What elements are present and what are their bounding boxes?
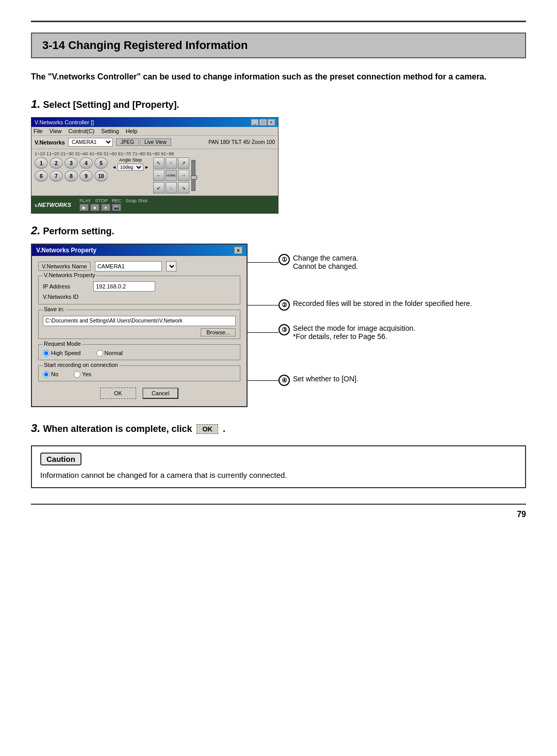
annotation-num-3: ③ — [278, 324, 290, 335]
minimize-btn[interactable]: _ — [251, 119, 258, 125]
vnetworks-name-row: V.Networks Name ▼ — [38, 261, 240, 271]
vnetworks-property-group: V.Networks Property IP Address V.Network… — [38, 276, 240, 304]
angle-select[interactable]: 10deg — [118, 164, 143, 171]
camera-select[interactable]: CAMERA1 — [68, 138, 113, 147]
start-recording-group: Start recording on connection No Yes — [38, 365, 240, 381]
zoom-handle[interactable] — [191, 175, 197, 180]
ip-address-row: IP Address — [43, 281, 236, 292]
num-btn-1[interactable]: 1 — [35, 157, 48, 169]
vnetworks-id-label: V.Networks ID — [43, 294, 89, 300]
section-header: 3-14 Changing Registered Information — [31, 33, 526, 58]
menu-help[interactable]: Help — [126, 128, 138, 134]
num-btn-8[interactable]: 8 — [64, 170, 78, 182]
window-toolbar: V.Networks CAMERA1 JPEG Live View PAN 18… — [31, 136, 278, 149]
zoom-bar — [191, 160, 195, 191]
page-number: 79 — [31, 504, 526, 519]
high-speed-radio[interactable] — [43, 350, 50, 357]
ip-input[interactable] — [93, 281, 155, 292]
num-btn-3[interactable]: 3 — [64, 157, 78, 169]
intro-text: The "V.networks Controller" can be used … — [31, 71, 526, 83]
normal-radio[interactable] — [96, 350, 103, 357]
num-btn-7[interactable]: 7 — [50, 170, 63, 182]
request-mode-group: Request Mode High Speed Normal — [38, 344, 240, 360]
annotation-text-1a: Change the camera. — [293, 254, 358, 262]
ip-label: IP Address — [43, 283, 89, 289]
num-range: 1~10 11~20 21~30 31~40 41~50 51~60 61~70… — [35, 151, 275, 156]
annotation-line-4 — [248, 380, 278, 381]
dir-downleft[interactable]: ↙ — [153, 182, 165, 194]
camera-name-dropdown[interactable]: ▼ — [166, 261, 176, 271]
annotation-text-3a: Select the mode for image acquisition. — [293, 324, 415, 332]
playback-buttons: ▶ ■ ● 📷 — [79, 204, 148, 211]
cancel-dialog-btn[interactable]: Cancel — [142, 388, 178, 399]
browse-btn[interactable]: Browse... — [201, 328, 236, 336]
close-btn[interactable]: × — [268, 119, 275, 125]
annotation-line-2 — [248, 305, 278, 305]
dir-up[interactable]: ↑ — [166, 157, 177, 169]
annotation-text-2: Recorded files will be stored in the fol… — [293, 299, 472, 308]
num-btn-4[interactable]: 4 — [79, 157, 93, 169]
high-speed-option[interactable]: High Speed — [43, 350, 81, 357]
num-buttons: 1 2 3 4 5 6 7 8 9 10 — [35, 157, 108, 182]
start-recording-label: Start recording on connection — [43, 362, 119, 368]
tab-liveview[interactable]: Live View — [140, 138, 171, 146]
dir-upright[interactable]: ↗ — [178, 157, 189, 169]
snap-label: Snap Shot — [126, 198, 148, 203]
rec-label: REC — [112, 198, 122, 203]
dialog-body: V.Networks Name ▼ V.Networks Property IP… — [32, 256, 247, 406]
annotation-text-3b: *For details, refer to Page 56. — [293, 332, 415, 341]
annotation-line-3 — [248, 332, 278, 333]
save-path-input[interactable] — [43, 316, 236, 326]
camera-name-input[interactable] — [95, 261, 162, 271]
dir-downright[interactable]: ↘ — [178, 182, 189, 194]
property-dialog: V.Networks Property × V.Networks Name ▼ … — [31, 244, 248, 407]
controller-window: V.Networks Controller [] _ □ × File View… — [31, 117, 278, 214]
annotation-text-1b: Cannot be changed. — [293, 262, 358, 270]
rec-btn[interactable]: ● — [101, 204, 110, 211]
num-btn-2[interactable]: 2 — [50, 157, 63, 169]
normal-option[interactable]: Normal — [96, 350, 123, 357]
dir-upleft[interactable]: ↖ — [153, 157, 165, 169]
directional-pad: ↖ ↑ ↗ ← HOME → ↙ ↓ ↘ — [153, 157, 189, 194]
play-btn[interactable]: ▶ — [79, 204, 89, 211]
step1-section: 1. Select [Setting] and [Property]. V.Ne… — [31, 98, 526, 214]
menu-control[interactable]: Control(C) — [69, 128, 95, 134]
caution-box: Caution Information cannot be changed fo… — [31, 445, 526, 489]
angle-section: Angle Step ◄ 10deg ► — [112, 157, 149, 171]
stop-btn[interactable]: ■ — [90, 204, 100, 211]
menu-file[interactable]: File — [34, 128, 43, 134]
ok-button-inline: OK — [196, 424, 218, 434]
home-btn[interactable]: HOME — [166, 170, 177, 181]
num-btn-5[interactable]: 5 — [94, 157, 108, 169]
window-controls: _ □ × — [251, 119, 275, 125]
menu-setting[interactable]: Setting — [101, 128, 119, 134]
step1-header: 1. Select [Setting] and [Property]. — [31, 98, 526, 111]
dir-left[interactable]: ← — [153, 170, 165, 181]
save-in-label: Save in: — [43, 306, 65, 312]
num-btn-6[interactable]: 6 — [35, 170, 48, 182]
step1-number: 1. — [31, 98, 40, 110]
num-row-2: 6 7 8 9 10 — [35, 170, 108, 182]
yes-option[interactable]: Yes — [74, 371, 91, 378]
num-btn-9[interactable]: 9 — [79, 170, 93, 182]
step2-number: 2. — [31, 224, 40, 237]
dialog-close-btn[interactable]: × — [234, 247, 242, 254]
num-btn-10[interactable]: 10 — [94, 170, 108, 182]
dir-right[interactable]: → — [178, 170, 189, 181]
vnetworks-label: V.Networks — [35, 139, 65, 146]
step2-section: 2. Perform setting. V.Networks Property … — [31, 224, 526, 407]
snap-btn[interactable]: 📷 — [112, 204, 121, 211]
dir-down[interactable]: ↓ — [166, 182, 177, 194]
vnetworks-id-row: V.Networks ID — [43, 294, 236, 300]
step3-period: . — [223, 424, 225, 434]
tab-jpeg[interactable]: JPEG — [116, 138, 139, 146]
menu-view[interactable]: View — [50, 128, 62, 134]
maximize-btn[interactable]: □ — [259, 119, 267, 125]
step2-text: Perform setting. — [43, 226, 114, 236]
vnetworks-name-label: V.Networks Name — [38, 262, 91, 271]
annotation-line-1 — [248, 262, 278, 263]
ok-dialog-btn[interactable]: OK — [100, 388, 136, 399]
no-option[interactable]: No — [43, 371, 58, 378]
no-radio[interactable] — [43, 371, 50, 378]
yes-radio[interactable] — [74, 371, 80, 378]
